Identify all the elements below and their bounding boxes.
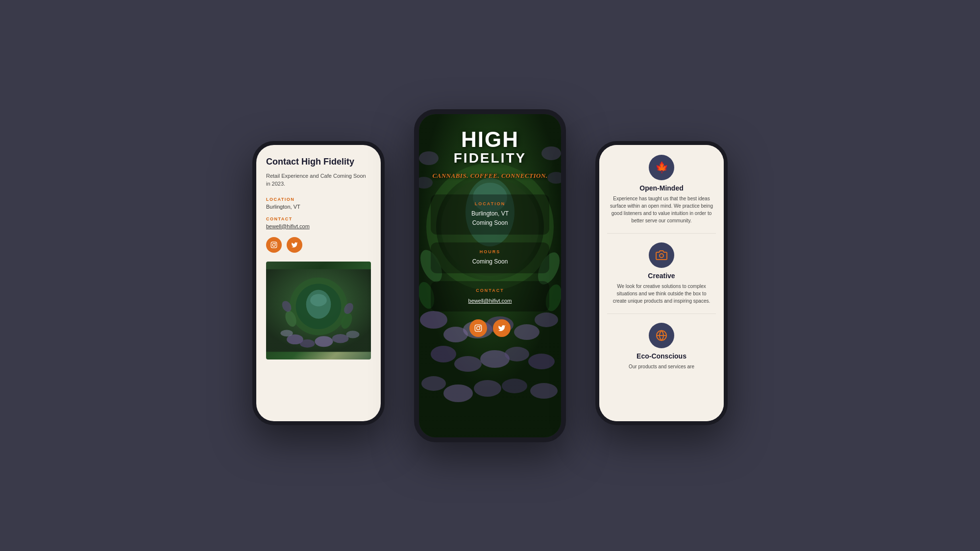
svg-point-34	[505, 347, 529, 361]
eco-conscious-description: Our products and services are	[629, 363, 694, 370]
twitter-button[interactable]	[287, 237, 302, 253]
hero-hours-section: HOURS Coming Soon	[431, 242, 549, 273]
svg-point-52	[660, 254, 663, 258]
creative-icon-circle	[649, 242, 674, 268]
value-creative: Creative We look for creative solutions …	[607, 242, 716, 305]
hero-contact-section: CONTACT bewell@hifivt.com	[431, 281, 549, 311]
creative-description: We look for creative solutions to comple…	[610, 283, 713, 305]
hero-location-label: LOCATION	[439, 201, 541, 206]
svg-point-11	[315, 336, 333, 347]
value-open-minded: 🍁 Open-Minded Experience has taught us t…	[607, 155, 716, 224]
eco-icon-circle	[649, 323, 674, 348]
open-minded-description: Experience has taught us that the best i…	[610, 195, 713, 224]
svg-point-14	[346, 331, 359, 338]
contact-title: Contact High Fidelity	[266, 157, 371, 167]
divider-2	[607, 313, 716, 314]
hero-logo-sub: FIDELITY	[429, 150, 551, 166]
contact-section: CONTACT bewell@hifivt.com	[266, 216, 371, 229]
svg-point-2	[275, 242, 276, 243]
hero-social-row	[429, 319, 551, 337]
location-value: Burlington, VT	[266, 204, 371, 210]
contact-email-link[interactable]: bewell@hifivt.com	[266, 223, 371, 229]
leaf-icon: 🍁	[655, 161, 668, 174]
phone-2-frame: HIGH FIDELITY CANNABIS. COFFEE. CONNECTI…	[414, 109, 566, 442]
hero-contact-label: CONTACT	[439, 288, 541, 293]
hero-hours-label: HOURS	[439, 249, 541, 254]
hero-tagline: CANNABIS. COFFEE. CONNECTION.	[429, 172, 551, 180]
svg-point-37	[443, 384, 473, 402]
hero-contact-email[interactable]: bewell@hifivt.com	[468, 298, 512, 304]
svg-point-12	[332, 334, 349, 343]
svg-point-1	[272, 243, 275, 246]
svg-point-31	[431, 346, 456, 362]
svg-point-40	[530, 383, 558, 399]
contact-image	[266, 262, 371, 359]
phone-1-screen: Contact High Fidelity Retail Experience …	[256, 145, 381, 421]
svg-point-8	[310, 294, 327, 306]
hero-instagram-button[interactable]	[469, 319, 487, 337]
phone-1-frame: Contact High Fidelity Retail Experience …	[252, 141, 385, 425]
svg-point-50	[477, 327, 480, 330]
svg-point-36	[421, 376, 446, 391]
svg-point-32	[454, 356, 482, 372]
values-screen: 🍁 Open-Minded Experience has taught us t…	[599, 145, 724, 421]
svg-point-38	[474, 380, 501, 397]
contact-label: CONTACT	[266, 216, 371, 221]
svg-point-39	[502, 379, 527, 393]
instagram-button[interactable]	[266, 237, 282, 253]
phone-3-frame: 🍁 Open-Minded Experience has taught us t…	[595, 141, 728, 425]
divider-1	[607, 233, 716, 234]
hero-location-value: Burlington, VT Coming Soon	[439, 209, 541, 228]
location-section: LOCATION Burlington, VT	[266, 197, 371, 210]
camera-icon	[656, 249, 667, 261]
svg-rect-49	[475, 325, 481, 331]
open-minded-title: Open-Minded	[639, 184, 683, 192]
location-label: LOCATION	[266, 197, 371, 202]
svg-rect-0	[271, 242, 277, 248]
hero-hours-value: Coming Soon	[439, 257, 541, 266]
open-minded-icon-circle: 🍁	[649, 155, 674, 180]
hero-twitter-button[interactable]	[493, 319, 511, 337]
svg-point-51	[480, 326, 481, 327]
svg-point-35	[528, 354, 555, 369]
globe-icon	[656, 330, 667, 341]
hero-content: HIGH FIDELITY CANNABIS. COFFEE. CONNECTI…	[419, 114, 561, 347]
hero-screen: HIGH FIDELITY CANNABIS. COFFEE. CONNECTI…	[419, 114, 561, 437]
phone-2-screen: HIGH FIDELITY CANNABIS. COFFEE. CONNECTI…	[419, 114, 561, 437]
hero-location-section: LOCATION Burlington, VT Coming Soon	[431, 194, 549, 235]
creative-title: Creative	[648, 272, 675, 280]
social-icons-row	[266, 237, 371, 253]
svg-point-13	[280, 330, 293, 336]
hero-logo-main: HIGH	[429, 129, 551, 150]
contact-screen: Contact High Fidelity Retail Experience …	[256, 145, 381, 421]
value-eco-conscious: Eco-Conscious Our products and services …	[607, 323, 716, 370]
contact-subtitle: Retail Experience and Cafe Coming Soon i…	[266, 172, 371, 188]
svg-point-10	[300, 339, 315, 347]
eco-conscious-title: Eco-Conscious	[637, 352, 686, 360]
phone-3-screen: 🍁 Open-Minded Experience has taught us t…	[599, 145, 724, 421]
